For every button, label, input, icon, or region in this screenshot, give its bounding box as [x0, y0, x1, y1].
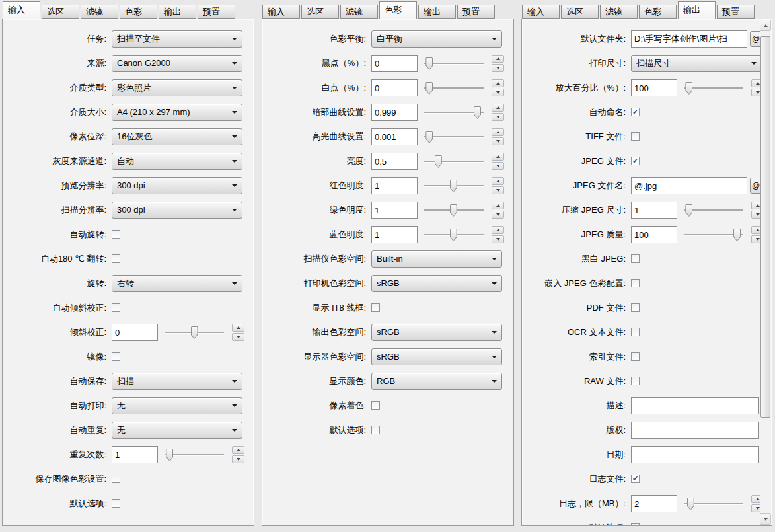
- scrollbar-down-button[interactable]: [760, 513, 771, 525]
- auto-save-dropdown[interactable]: 扫描: [112, 373, 242, 390]
- scan-resolution-dropdown[interactable]: 300 dpi: [112, 202, 242, 219]
- slider[interactable]: [422, 128, 486, 145]
- scrollbar-thumb[interactable]: [760, 36, 770, 418]
- slider-thumb[interactable]: [191, 326, 198, 339]
- slider[interactable]: [422, 104, 486, 121]
- spinner-down-button[interactable]: [492, 235, 504, 243]
- slider-thumb[interactable]: [685, 82, 692, 95]
- skew-correct-input[interactable]: [112, 324, 158, 341]
- tab-output[interactable]: 输出: [159, 5, 196, 19]
- log-max-mb-input[interactable]: [631, 495, 677, 512]
- printed-size-dropdown[interactable]: 扫描尺寸: [631, 55, 760, 72]
- slider[interactable]: [681, 202, 746, 219]
- spinner-up-button[interactable]: [492, 226, 504, 234]
- slider-track[interactable]: [684, 87, 743, 89]
- spinner-down-button[interactable]: [751, 89, 760, 96]
- task-dropdown[interactable]: 扫描至文件: [112, 30, 242, 48]
- spinner-up-button[interactable]: [492, 128, 504, 136]
- jpeg-file-name-input[interactable]: [631, 177, 747, 194]
- spinner-down-button[interactable]: [492, 89, 504, 96]
- slider-thumb[interactable]: [450, 180, 457, 192]
- tab-filter[interactable]: 滤镜: [81, 5, 118, 19]
- slider-thumb[interactable]: [474, 106, 481, 119]
- preview-resolution-dropdown[interactable]: 300 dpi: [112, 177, 242, 194]
- spinner-up-button[interactable]: [232, 324, 244, 332]
- show-it8-outline-checkbox[interactable]: [371, 303, 380, 312]
- auto-rotate-checkbox[interactable]: [112, 230, 120, 239]
- slider[interactable]: [422, 177, 486, 194]
- tab-input[interactable]: 输入: [262, 5, 300, 19]
- auto-180-flip-checkbox[interactable]: [112, 254, 120, 263]
- tab-input[interactable]: 输入: [522, 5, 560, 19]
- spinner-down-button[interactable]: [751, 504, 760, 512]
- white-point-input[interactable]: [371, 79, 418, 96]
- bits-per-pixel-dropdown[interactable]: 16位灰色: [112, 128, 242, 145]
- tab-crop[interactable]: 选区: [42, 5, 79, 19]
- output-color-space-dropdown[interactable]: sRGB: [371, 324, 502, 341]
- slider[interactable]: [681, 495, 746, 512]
- spinner-up-button[interactable]: [492, 104, 504, 112]
- display-color-dropdown[interactable]: RGB: [371, 373, 502, 390]
- auto-skew-correct-checkbox[interactable]: [112, 303, 120, 312]
- log-file-checkbox[interactable]: ✔: [631, 475, 640, 483]
- slider-track[interactable]: [424, 63, 484, 64]
- slider[interactable]: [422, 153, 486, 170]
- scrollbar-up-button[interactable]: [760, 20, 771, 31]
- monitor-color-space-dropdown[interactable]: sRGB: [371, 348, 502, 365]
- tab-prefs[interactable]: 预置: [457, 5, 495, 19]
- default-options-checkbox[interactable]: [371, 426, 380, 434]
- spinner-up-button[interactable]: [492, 153, 504, 161]
- tab-input[interactable]: 输入: [3, 1, 40, 19]
- default-options-checkbox[interactable]: [112, 499, 120, 508]
- spinner-down-button[interactable]: [492, 113, 504, 121]
- jpeg-black-white-checkbox[interactable]: [631, 254, 640, 263]
- scrollbar[interactable]: [760, 20, 771, 525]
- slider-track[interactable]: [684, 209, 743, 211]
- spinner-down-button[interactable]: [751, 235, 760, 243]
- slider-thumb[interactable]: [166, 449, 173, 461]
- tab-prefs[interactable]: 预置: [717, 5, 755, 19]
- slider-thumb[interactable]: [450, 229, 457, 241]
- slider-thumb[interactable]: [425, 57, 433, 70]
- date-input[interactable]: [631, 446, 759, 463]
- copyright-input[interactable]: [631, 422, 759, 439]
- slider-thumb[interactable]: [425, 82, 433, 95]
- curve-low-input[interactable]: [371, 104, 418, 121]
- slider[interactable]: [422, 202, 486, 219]
- brightness-green-input[interactable]: [371, 202, 418, 219]
- ocr-text-file-checkbox[interactable]: [631, 328, 640, 336]
- tab-color[interactable]: 色彩: [379, 1, 417, 19]
- pixel-colors-checkbox[interactable]: [371, 401, 380, 410]
- spinner-up-button[interactable]: [492, 177, 504, 185]
- tab-color[interactable]: 色彩: [639, 5, 677, 19]
- slider-thumb[interactable]: [435, 155, 442, 168]
- description-input[interactable]: [631, 397, 759, 414]
- slider-track[interactable]: [424, 136, 484, 137]
- spinner-up-button[interactable]: [751, 226, 760, 234]
- tab-prefs[interactable]: 预置: [198, 5, 235, 19]
- spinner-down-button[interactable]: [232, 333, 244, 341]
- slider-thumb[interactable]: [687, 498, 694, 510]
- spinner-up-button[interactable]: [751, 202, 760, 209]
- brightness-input[interactable]: [371, 153, 418, 170]
- tiff-file-checkbox[interactable]: [631, 132, 640, 141]
- mirror-checkbox[interactable]: [112, 352, 120, 361]
- auto-file-name-checkbox[interactable]: ✔: [631, 108, 640, 116]
- slider-thumb[interactable]: [425, 131, 433, 143]
- spinner-up-button[interactable]: [492, 79, 504, 87]
- auto-print-dropdown[interactable]: 无: [112, 397, 242, 414]
- slider[interactable]: [162, 324, 227, 341]
- magnification-input[interactable]: [631, 79, 677, 96]
- brightness-blue-input[interactable]: [371, 226, 418, 243]
- raw-file-checkbox[interactable]: [631, 377, 640, 385]
- save-image-color-settings-checkbox[interactable]: [112, 475, 120, 483]
- gray-source-channel-dropdown[interactable]: 自动: [112, 153, 242, 170]
- spinner-down-button[interactable]: [492, 186, 504, 194]
- default-folder-input[interactable]: [631, 30, 747, 48]
- spinner-down-button[interactable]: [232, 455, 244, 463]
- rotation-dropdown[interactable]: 右转: [112, 275, 242, 292]
- spinner-up-button[interactable]: [751, 495, 760, 503]
- scanner-color-space-dropdown[interactable]: Built-in: [371, 250, 502, 268]
- slider[interactable]: [422, 79, 486, 96]
- jpeg-file-checkbox[interactable]: ✔: [631, 157, 640, 165]
